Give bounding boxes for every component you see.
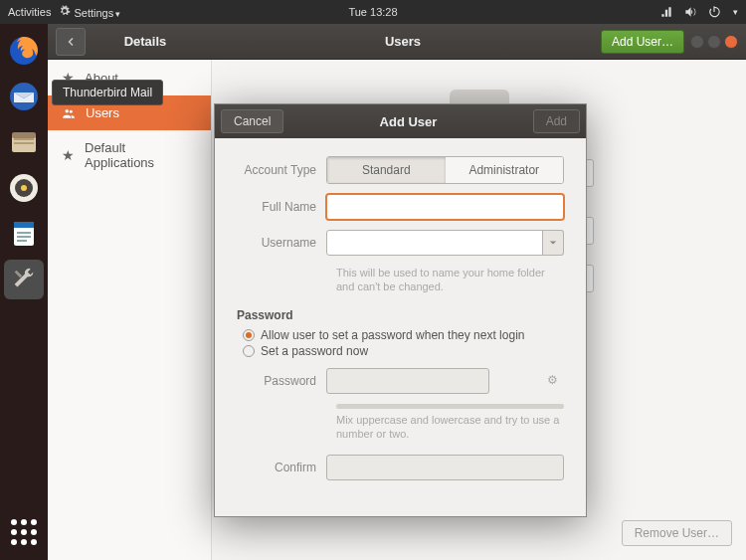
power-icon [707, 5, 721, 19]
files-icon [8, 126, 40, 158]
confirm-password-input[interactable] [326, 455, 564, 480]
activities-button[interactable]: Activities [8, 6, 51, 18]
password-input[interactable] [326, 368, 489, 394]
svg-rect-3 [12, 132, 36, 138]
password-strength-meter [336, 404, 564, 409]
svg-rect-4 [14, 138, 34, 140]
svg-rect-13 [17, 240, 27, 242]
network-icon [659, 5, 673, 19]
confirm-label: Confirm [237, 461, 326, 474]
settings-sidebar: ★About Users ★Default Applications [48, 60, 212, 560]
thunderbird-icon [8, 81, 40, 112]
chevron-left-icon [65, 36, 77, 48]
app-menu[interactable]: Settings▾ [59, 5, 120, 19]
window-close-button[interactable] [724, 35, 738, 49]
password-label: Password [237, 374, 326, 388]
settings-tools-icon [9, 265, 39, 294]
generate-password-icon[interactable]: ⚙ [547, 373, 558, 387]
document-icon [8, 218, 40, 250]
account-type-administrator[interactable]: Administrator [446, 157, 564, 183]
music-icon [8, 172, 40, 204]
firefox-icon [8, 35, 40, 67]
full-name-label: Full Name [237, 200, 326, 214]
radio-icon [243, 345, 255, 357]
launcher-dock [0, 24, 48, 560]
top-panel: Activities Settings▾ Tue 13:28 ▾ [0, 0, 746, 24]
system-tray[interactable]: ▾ [659, 5, 738, 19]
dialog-title: Add User [380, 114, 438, 129]
launcher-files[interactable] [4, 122, 44, 162]
back-button[interactable] [56, 28, 86, 56]
svg-rect-10 [14, 222, 34, 228]
chevron-down-icon [549, 239, 557, 247]
username-label: Username [237, 236, 326, 250]
svg-rect-12 [17, 236, 31, 238]
launcher-writer[interactable] [4, 214, 44, 254]
svg-point-14 [66, 108, 70, 112]
launcher-tooltip: Thunderbird Mail [52, 80, 163, 105]
window-maximize-button[interactable] [707, 35, 721, 49]
username-dropdown-button[interactable] [542, 230, 564, 256]
launcher-rhythmbox[interactable] [4, 168, 44, 208]
launcher-settings[interactable] [4, 260, 44, 299]
star-icon: ★ [62, 147, 75, 163]
full-name-input[interactable] [326, 194, 564, 220]
account-type-label: Account Type [237, 163, 326, 177]
password-hint: Mix uppercase and lowercase and try to u… [336, 413, 564, 442]
people-icon [62, 106, 76, 120]
launcher-firefox[interactable] [4, 31, 44, 71]
section-title: Details [86, 34, 205, 49]
add-button[interactable]: Add [533, 109, 580, 133]
svg-point-15 [70, 109, 73, 112]
username-input[interactable] [326, 230, 564, 256]
svg-point-8 [21, 185, 27, 191]
svg-rect-5 [14, 142, 34, 144]
volume-icon [683, 5, 697, 19]
remove-user-button[interactable]: Remove User… [622, 520, 732, 546]
account-type-standard[interactable]: Standard [327, 157, 446, 183]
svg-rect-11 [17, 232, 31, 234]
window-minimize-button[interactable] [690, 35, 704, 49]
add-user-button[interactable]: Add User… [601, 30, 684, 54]
add-user-dialog: Cancel Add User Add Account Type Standar… [214, 103, 587, 517]
radio-set-next-login[interactable]: Allow user to set a password when they n… [243, 328, 564, 342]
chevron-down-icon: ▾ [733, 7, 738, 17]
chevron-down-icon: ▾ [115, 9, 120, 19]
radio-icon [243, 329, 255, 341]
clock[interactable]: Tue 13:28 [348, 6, 397, 18]
username-hint: This will be used to name your home fold… [336, 266, 564, 294]
page-title: Users [205, 34, 601, 49]
sidebar-item-default-apps[interactable]: ★Default Applications [48, 130, 211, 180]
account-type-toggle: Standard Administrator [326, 156, 564, 184]
show-applications-button[interactable] [6, 514, 42, 550]
password-section-title: Password [237, 308, 564, 322]
radio-set-now[interactable]: Set a password now [243, 344, 564, 358]
dialog-titlebar: Cancel Add User Add [215, 104, 586, 138]
gear-icon [59, 5, 71, 17]
cancel-button[interactable]: Cancel [221, 109, 283, 133]
settings-titlebar: Details Users Add User… [48, 24, 746, 60]
launcher-thunderbird[interactable] [4, 77, 44, 116]
